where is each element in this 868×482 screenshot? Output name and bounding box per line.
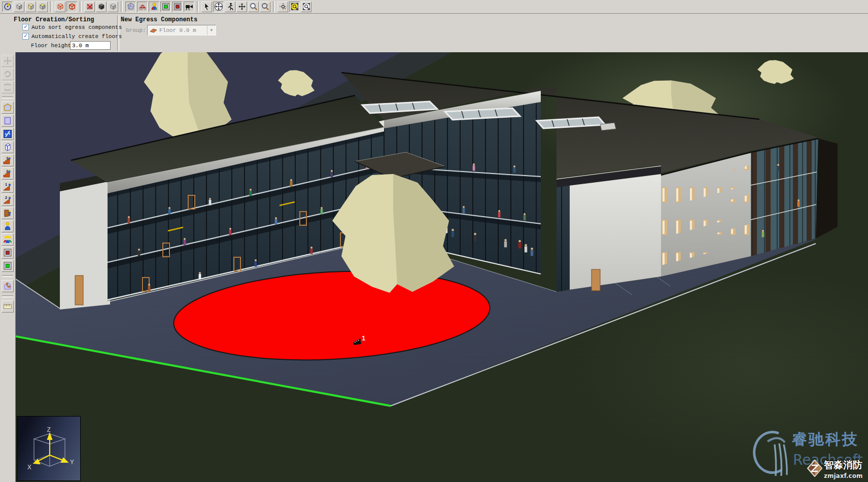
zoom-point-tool-button[interactable] <box>277 2 288 12</box>
axis-gizmo[interactable]: Z Y X <box>17 416 81 481</box>
show-dark-object-button[interactable] <box>96 2 107 12</box>
show-doors-button[interactable] <box>172 2 183 12</box>
toolbar-separator <box>80 1 82 12</box>
floor-height-label: Floor height: <box>31 43 75 49</box>
toolbar-separator <box>273 1 275 12</box>
view-shaded-cube-button[interactable] <box>25 2 36 12</box>
orbit-tool-button[interactable] <box>213 2 224 12</box>
toolbar-separator <box>50 1 52 12</box>
exterior-door <box>75 276 83 305</box>
stair-two-point-tool-button[interactable]: 2 <box>2 167 14 180</box>
pan-tool-button[interactable] <box>236 2 247 12</box>
main-toolbar <box>0 0 868 14</box>
wireframe-view-button[interactable] <box>55 2 65 12</box>
tools-sidebar: 1 2 1 2 <box>0 52 16 482</box>
floor-creation-title: Floor Creation/Sorting <box>14 16 94 23</box>
viewport-3d[interactable]: 1 Z Y X <box>16 52 868 482</box>
door-occupant-tool-button[interactable] <box>2 207 14 219</box>
tower-door <box>592 269 600 291</box>
floor-height-input[interactable] <box>70 41 111 50</box>
marker-label: 1 <box>362 334 365 342</box>
view-top-cube-button[interactable] <box>37 2 48 12</box>
wireframe-outline-view-button[interactable] <box>66 2 77 12</box>
ramp-one-point-tool-button[interactable]: 1 <box>2 181 14 193</box>
floor-icon <box>150 28 157 33</box>
rectangle-room-tool-button[interactable] <box>2 115 14 127</box>
svg-text:1: 1 <box>5 183 7 187</box>
toolbar-separator <box>197 1 199 12</box>
zoom-reset-tool-button[interactable] <box>260 2 270 12</box>
zoom-extents-tool-button[interactable] <box>289 2 300 12</box>
group-dropdown[interactable]: Floor 0.0 m ▼ <box>147 25 216 36</box>
show-cameras-button[interactable] <box>184 2 194 12</box>
pointer-tool-button[interactable] <box>201 2 212 12</box>
auto-create-floors-checkbox[interactable]: ✓ <box>22 33 29 40</box>
group-dropdown-value: Floor 0.0 m <box>159 27 207 33</box>
ramp-two-point-tool-button[interactable]: 2 <box>2 194 14 206</box>
add-occupant-group-tool-button[interactable] <box>2 233 14 246</box>
stair-one-point-tool-button[interactable]: 1 <box>2 154 14 166</box>
obstruction-tool-button[interactable] <box>2 141 14 153</box>
move-polygon-tool-button[interactable] <box>2 280 14 292</box>
add-occupant-tool-button[interactable] <box>2 220 14 232</box>
auto-sort-checkbox-row: ✓ Auto sort egress components <box>22 24 122 30</box>
application-window: Floor Creation/Sorting ✓ Auto sort egres… <box>0 0 868 482</box>
auto-sort-label: Auto sort egress components <box>31 24 122 30</box>
show-light-object-button[interactable] <box>108 2 118 12</box>
auto-create-floors-label: Automatically create floors <box>31 33 122 40</box>
auto-create-floors-checkbox-row: ✓ Automatically create floors <box>22 33 122 40</box>
walk-tool-button[interactable] <box>225 2 235 12</box>
view-pan-tool-button[interactable] <box>2 55 14 67</box>
show-obstacles-button[interactable] <box>137 2 148 12</box>
show-exits-button[interactable] <box>160 2 171 12</box>
scene-canvas[interactable]: 1 <box>16 52 868 482</box>
sidebar-separator <box>2 295 13 297</box>
show-geometry-button[interactable] <box>125 2 136 12</box>
thin-wall-tool-button[interactable] <box>2 128 14 140</box>
view-solid-cube-button[interactable] <box>14 2 24 12</box>
dropdown-arrow-icon[interactable]: ▼ <box>207 25 216 35</box>
svg-text:1: 1 <box>6 156 8 160</box>
interior-door-tool-button[interactable] <box>2 247 14 259</box>
auto-sort-checkbox[interactable]: ✓ <box>22 24 29 30</box>
group-label: Group: <box>126 27 146 33</box>
exit-door-tool-button[interactable] <box>2 260 14 272</box>
svg-text:2: 2 <box>5 196 7 200</box>
svg-text:2: 2 <box>6 169 8 174</box>
measure-tool-button[interactable] <box>2 300 14 313</box>
new-egress-title: New Egress Components <box>121 16 197 23</box>
zoom-window-tool-button[interactable] <box>301 2 311 12</box>
show-occupants-button[interactable] <box>149 2 159 12</box>
polygon-room-tool-button[interactable] <box>2 101 14 114</box>
view-rotate-tool-button[interactable] <box>2 68 14 80</box>
panel-separator <box>117 15 119 51</box>
axis-y-label: Y <box>70 458 74 466</box>
rooftop-unit <box>600 123 616 130</box>
select-tool-button[interactable] <box>2 2 13 12</box>
axis-z-label: Z <box>47 426 51 433</box>
options-panel: Floor Creation/Sorting ✓ Auto sort egres… <box>0 14 868 53</box>
axis-x-label: X <box>27 463 31 471</box>
toolbar-separator <box>121 1 123 12</box>
sidebar-separator <box>2 275 13 277</box>
view-orbit-tool-button[interactable] <box>2 81 14 93</box>
hide-object-button[interactable] <box>84 2 95 12</box>
sidebar-separator <box>2 96 13 98</box>
zoom-tool-button[interactable] <box>248 2 259 12</box>
